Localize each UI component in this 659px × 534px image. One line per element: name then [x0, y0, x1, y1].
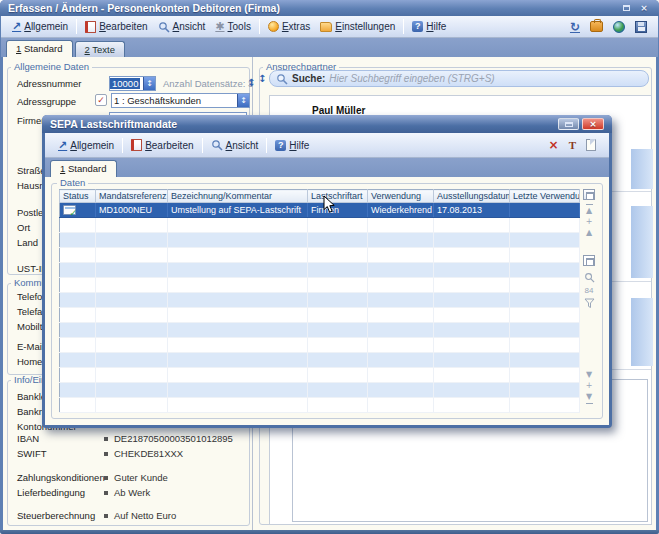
main-tabstrip: 1 Standard 2 Texte — [1, 38, 658, 57]
mouse-cursor — [323, 195, 336, 214]
value-bullet — [104, 514, 108, 518]
adressgruppe-select[interactable]: 1 : Geschäftskunden ↕ — [111, 93, 250, 108]
toolbar-separator — [403, 19, 404, 34]
briefcase-button[interactable] — [585, 19, 608, 34]
save-button[interactable] — [630, 19, 652, 35]
sepa-dialog-title: SEPA Lastschriftmandate — [50, 118, 177, 130]
main-toolbar: ↗Allgemein Bearbeiten Ansicht ✱Tools Ext… — [1, 16, 658, 38]
steuerberechnung-value: Auf Netto Euro — [114, 510, 176, 521]
nav-add-button[interactable]: + — [583, 380, 595, 391]
adressgruppe-value: 1 : Geschäftskunden — [112, 95, 203, 106]
dialog-menu-allgemein[interactable]: ↗Allgemein — [53, 137, 119, 154]
delete-mandate-button[interactable]: × — [544, 136, 564, 154]
mandate-empty-row[interactable] — [60, 218, 580, 233]
menu-ansicht[interactable]: Ansicht — [153, 19, 211, 35]
col-letzte-verwendung[interactable]: Letzte Verwendung — [510, 190, 580, 203]
notebook-icon — [85, 21, 96, 33]
restore-window-button[interactable] — [619, 3, 633, 14]
col-status[interactable]: Status — [60, 190, 96, 203]
lieferbedingung-label: Lieferbedingung — [17, 487, 85, 498]
mandate-empty-row[interactable] — [60, 248, 580, 263]
menu-extras[interactable]: Extras — [263, 19, 315, 34]
iban-label: IBAN — [17, 433, 39, 444]
arrow-ne-icon: ↗ — [58, 139, 67, 152]
menu-tools[interactable]: ✱Tools — [210, 18, 256, 35]
globe-button[interactable] — [608, 19, 630, 35]
folder-icon — [320, 22, 332, 32]
cell-verwendung: Wiederkehrend — [368, 203, 434, 218]
funnel-icon[interactable] — [584, 298, 595, 309]
mandate-empty-row[interactable] — [60, 398, 580, 413]
adressnummer-input[interactable]: 10000 ↕ — [109, 76, 156, 91]
form-view-icon[interactable] — [583, 255, 595, 266]
dialog-minimize-button[interactable] — [558, 118, 579, 130]
col-mandatsreferenz[interactable]: Mandatsreferenz — [96, 190, 168, 203]
menu-bearbeiten[interactable]: Bearbeiten — [80, 19, 152, 35]
close-window-button[interactable]: × — [637, 3, 651, 14]
menu-einstellungen[interactable]: Einstellungen — [315, 19, 400, 34]
col-ausstellungsdatum[interactable]: Ausstellungsdatum — [434, 190, 510, 203]
tab-texte[interactable]: 2 Texte — [75, 41, 125, 57]
new-mandate-button[interactable] — [581, 137, 601, 153]
cell-mandatsreferenz: MD1000NEU — [96, 203, 168, 218]
search-label: Suche: — [292, 73, 325, 84]
dialog-menu-ansicht[interactable]: Ansicht — [206, 137, 264, 153]
adressnummer-value: 10000 — [110, 78, 140, 89]
dialog-tab-standard[interactable]: 1 Standard — [50, 160, 117, 177]
nav-first-button[interactable]: ▲ — [583, 203, 595, 216]
mandate-empty-row[interactable] — [60, 308, 580, 323]
mandate-empty-row[interactable] — [60, 263, 580, 278]
spinner-icon[interactable]: ↕ — [143, 77, 155, 90]
nav-last-button[interactable]: ▼ — [583, 391, 595, 404]
notebook-icon — [131, 139, 142, 151]
sync-button[interactable]: ↻ — [565, 18, 585, 36]
nav-prev-button[interactable]: ▲ — [583, 227, 595, 238]
help-icon: ? — [412, 21, 423, 32]
dialog-close-button[interactable]: × — [582, 118, 604, 130]
main-titlebar: Erfassen / Ändern - Personenkonten Debit… — [0, 0, 659, 16]
main-window-title: Erfassen / Ändern - Personenkonten Debit… — [8, 2, 280, 14]
gear-icon: ✱ — [215, 20, 224, 33]
adressgruppe-checkbox[interactable]: ✓ — [95, 94, 107, 106]
sort-icon[interactable]: 84 — [585, 286, 594, 295]
col-lastschriftart[interactable]: Lastschriftart — [308, 190, 368, 203]
zahlungskonditionen-value: Guter Kunde — [114, 472, 168, 483]
mandate-empty-row[interactable] — [60, 233, 580, 248]
table-search-icon[interactable] — [584, 272, 595, 283]
contact-nav-icon[interactable]: ↕ — [258, 73, 266, 84]
table-nav-strip: ▲ + ▲ — [583, 189, 595, 238]
menu-allgemein[interactable]: ↗Allgemein — [7, 18, 73, 35]
filter-button[interactable]: T — [564, 137, 581, 153]
adressgruppe-label: Adressgruppe — [17, 96, 76, 107]
nav-add-button[interactable]: + — [583, 216, 595, 227]
briefcase-icon — [590, 21, 603, 32]
card-scroll-bar[interactable] — [631, 206, 653, 278]
mandate-empty-row[interactable] — [60, 353, 580, 368]
dropdown-icon[interactable]: ↕ — [237, 94, 249, 107]
table-header-row: Status Mandatsreferenz Bezeichnung/Komme… — [60, 190, 580, 203]
col-verwendung[interactable]: Verwendung — [368, 190, 434, 203]
mandate-empty-row[interactable] — [60, 293, 580, 308]
menu-hilfe[interactable]: ?Hilfe — [407, 19, 451, 34]
mandate-empty-row[interactable] — [60, 368, 580, 383]
mandate-empty-row[interactable] — [60, 323, 580, 338]
restore-icon — [623, 5, 630, 11]
contact-search-bar[interactable]: Suche: Hier Suchbegriff eingeben (STRG+S… — [269, 70, 649, 87]
mandate-empty-row[interactable] — [60, 338, 580, 353]
column-chooser-icon[interactable] — [583, 189, 595, 200]
cell-bezeichnung: Umstellung auf SEPA-Lastschrift — [168, 203, 308, 218]
sync-icon: ↻ — [570, 20, 580, 34]
mandate-row-selected[interactable]: ✓ MD1000NEU Umstellung auf SEPA-Lastschr… — [60, 203, 580, 218]
mandate-empty-row[interactable] — [60, 383, 580, 398]
card-scroll-bar[interactable] — [631, 149, 653, 189]
dialog-menu-bearbeiten[interactable]: Bearbeiten — [126, 137, 198, 153]
col-bezeichnung[interactable]: Bezeichnung/Kommentar — [168, 190, 308, 203]
tab-standard[interactable]: 1 Standard — [6, 40, 73, 57]
card-scroll-bar[interactable] — [631, 298, 653, 366]
value-bullet — [104, 476, 108, 480]
dialog-menu-hilfe[interactable]: ?Hilfe — [270, 138, 314, 153]
mandate-table: Status Mandatsreferenz Bezeichnung/Komme… — [59, 189, 580, 413]
nav-next-button[interactable]: ▼ — [583, 369, 595, 380]
record-nav-icon[interactable]: ↕ — [247, 77, 255, 88]
mandate-empty-row[interactable] — [60, 278, 580, 293]
